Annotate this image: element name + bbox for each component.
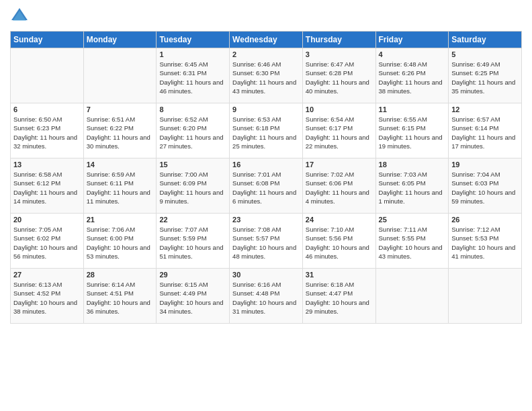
cell-content: Sunrise: 6:52 AM Sunset: 6:20 PM Dayligh… (159, 115, 226, 150)
calendar-cell: 23Sunrise: 7:08 AM Sunset: 5:57 PM Dayli… (230, 214, 303, 269)
cell-content: Sunrise: 7:06 AM Sunset: 6:00 PM Dayligh… (87, 225, 154, 261)
cell-content: Sunrise: 6:15 AM Sunset: 4:49 PM Dayligh… (159, 280, 226, 316)
day-number: 29 (159, 271, 226, 279)
weekday-header-thursday: Thursday (302, 32, 375, 48)
day-number: 16 (232, 161, 300, 169)
week-row-4: 20Sunrise: 7:05 AM Sunset: 6:02 PM Dayli… (11, 214, 522, 269)
cell-content: Sunrise: 6:58 AM Sunset: 6:12 PM Dayligh… (13, 170, 81, 205)
cell-content: Sunrise: 6:46 AM Sunset: 6:30 PM Dayligh… (232, 60, 300, 95)
calendar-cell (83, 48, 157, 103)
calendar-cell: 13Sunrise: 6:58 AM Sunset: 6:12 PM Dayli… (11, 158, 84, 214)
calendar-cell: 2Sunrise: 6:46 AM Sunset: 6:30 PM Daylig… (230, 48, 303, 103)
day-number: 6 (13, 105, 81, 113)
day-number: 24 (306, 216, 373, 224)
calendar-cell: 11Sunrise: 6:55 AM Sunset: 6:15 PM Dayli… (375, 103, 449, 158)
day-number: 9 (232, 105, 300, 113)
calendar-cell: 22Sunrise: 7:07 AM Sunset: 5:59 PM Dayli… (157, 214, 230, 269)
calendar-cell: 10Sunrise: 6:54 AM Sunset: 6:17 PM Dayli… (302, 103, 375, 158)
calendar-table: SundayMondayTuesdayWednesdayThursdayFrid… (10, 31, 522, 324)
day-number: 3 (306, 50, 373, 58)
cell-content: Sunrise: 6:13 AM Sunset: 4:52 PM Dayligh… (13, 280, 81, 316)
day-number: 12 (451, 105, 519, 113)
cell-content: Sunrise: 6:47 AM Sunset: 6:28 PM Dayligh… (306, 60, 373, 95)
day-number: 5 (451, 50, 519, 58)
calendar-cell: 28Sunrise: 6:14 AM Sunset: 4:51 PM Dayli… (83, 269, 157, 324)
weekday-header-sunday: Sunday (11, 32, 84, 48)
cell-content: Sunrise: 7:10 AM Sunset: 5:56 PM Dayligh… (306, 225, 373, 261)
cell-content: Sunrise: 7:11 AM Sunset: 5:55 PM Dayligh… (379, 225, 446, 261)
day-number: 11 (379, 105, 446, 113)
calendar-cell: 18Sunrise: 7:03 AM Sunset: 6:05 PM Dayli… (375, 158, 449, 214)
cell-content: Sunrise: 6:16 AM Sunset: 4:48 PM Dayligh… (232, 280, 300, 316)
calendar-cell: 12Sunrise: 6:57 AM Sunset: 6:14 PM Dayli… (449, 103, 522, 158)
cell-content: Sunrise: 7:05 AM Sunset: 6:02 PM Dayligh… (13, 225, 81, 261)
calendar-cell (375, 269, 449, 324)
cell-content: Sunrise: 7:02 AM Sunset: 6:06 PM Dayligh… (306, 170, 373, 205)
calendar-cell: 25Sunrise: 7:11 AM Sunset: 5:55 PM Dayli… (375, 214, 449, 269)
day-number: 22 (159, 216, 226, 224)
calendar-cell: 3Sunrise: 6:47 AM Sunset: 6:28 PM Daylig… (302, 48, 375, 103)
weekday-header-saturday: Saturday (449, 32, 522, 48)
week-row-2: 6Sunrise: 6:50 AM Sunset: 6:23 PM Daylig… (11, 103, 522, 158)
logo-icon (10, 7, 29, 26)
cell-content: Sunrise: 6:53 AM Sunset: 6:18 PM Dayligh… (232, 115, 300, 150)
calendar-cell: 31Sunrise: 6:18 AM Sunset: 4:47 PM Dayli… (302, 269, 375, 324)
calendar-cell: 5Sunrise: 6:49 AM Sunset: 6:25 PM Daylig… (449, 48, 522, 103)
calendar-cell: 20Sunrise: 7:05 AM Sunset: 6:02 PM Dayli… (11, 214, 84, 269)
weekday-header-row: SundayMondayTuesdayWednesdayThursdayFrid… (11, 32, 522, 48)
day-number: 1 (159, 50, 226, 58)
calendar-cell (449, 269, 522, 324)
day-number: 31 (306, 271, 373, 279)
day-number: 17 (306, 161, 373, 169)
calendar-cell: 30Sunrise: 6:16 AM Sunset: 4:48 PM Dayli… (230, 269, 303, 324)
calendar-cell: 27Sunrise: 6:13 AM Sunset: 4:52 PM Dayli… (11, 269, 84, 324)
cell-content: Sunrise: 6:49 AM Sunset: 6:25 PM Dayligh… (451, 60, 519, 95)
day-number: 23 (232, 216, 300, 224)
cell-content: Sunrise: 7:01 AM Sunset: 6:08 PM Dayligh… (232, 170, 300, 205)
header (10, 7, 522, 26)
cell-content: Sunrise: 7:08 AM Sunset: 5:57 PM Dayligh… (232, 225, 300, 261)
logo (10, 7, 32, 26)
cell-content: Sunrise: 6:14 AM Sunset: 4:51 PM Dayligh… (87, 280, 154, 316)
day-number: 28 (87, 271, 154, 279)
page-container: SundayMondayTuesdayWednesdayThursdayFrid… (0, 0, 532, 330)
cell-content: Sunrise: 7:07 AM Sunset: 5:59 PM Dayligh… (159, 225, 226, 261)
calendar-cell: 21Sunrise: 7:06 AM Sunset: 6:00 PM Dayli… (83, 214, 157, 269)
calendar-cell: 4Sunrise: 6:48 AM Sunset: 6:26 PM Daylig… (375, 48, 449, 103)
week-row-3: 13Sunrise: 6:58 AM Sunset: 6:12 PM Dayli… (11, 158, 522, 214)
day-number: 10 (306, 105, 373, 113)
cell-content: Sunrise: 7:03 AM Sunset: 6:05 PM Dayligh… (379, 170, 446, 205)
day-number: 20 (13, 216, 81, 224)
calendar-cell: 29Sunrise: 6:15 AM Sunset: 4:49 PM Dayli… (157, 269, 230, 324)
cell-content: Sunrise: 6:55 AM Sunset: 6:15 PM Dayligh… (379, 115, 446, 150)
calendar-cell: 9Sunrise: 6:53 AM Sunset: 6:18 PM Daylig… (230, 103, 303, 158)
week-row-1: 1Sunrise: 6:45 AM Sunset: 6:31 PM Daylig… (11, 48, 522, 103)
day-number: 26 (451, 216, 519, 224)
day-number: 4 (379, 50, 446, 58)
cell-content: Sunrise: 6:48 AM Sunset: 6:26 PM Dayligh… (379, 60, 446, 95)
day-number: 21 (87, 216, 154, 224)
cell-content: Sunrise: 6:51 AM Sunset: 6:22 PM Dayligh… (87, 115, 154, 150)
weekday-header-friday: Friday (375, 32, 449, 48)
calendar-cell: 7Sunrise: 6:51 AM Sunset: 6:22 PM Daylig… (83, 103, 157, 158)
cell-content: Sunrise: 6:45 AM Sunset: 6:31 PM Dayligh… (159, 60, 226, 95)
calendar-cell (11, 48, 84, 103)
cell-content: Sunrise: 6:50 AM Sunset: 6:23 PM Dayligh… (13, 115, 81, 150)
day-number: 14 (87, 161, 154, 169)
weekday-header-monday: Monday (83, 32, 157, 48)
day-number: 19 (451, 161, 519, 169)
day-number: 25 (379, 216, 446, 224)
cell-content: Sunrise: 6:59 AM Sunset: 6:11 PM Dayligh… (87, 170, 154, 205)
day-number: 13 (13, 161, 81, 169)
calendar-cell: 15Sunrise: 7:00 AM Sunset: 6:09 PM Dayli… (157, 158, 230, 214)
day-number: 2 (232, 50, 300, 58)
cell-content: Sunrise: 6:18 AM Sunset: 4:47 PM Dayligh… (306, 280, 373, 316)
calendar-cell: 6Sunrise: 6:50 AM Sunset: 6:23 PM Daylig… (11, 103, 84, 158)
week-row-5: 27Sunrise: 6:13 AM Sunset: 4:52 PM Dayli… (11, 269, 522, 324)
calendar-cell: 19Sunrise: 7:04 AM Sunset: 6:03 PM Dayli… (449, 158, 522, 214)
day-number: 30 (232, 271, 300, 279)
weekday-header-tuesday: Tuesday (157, 32, 230, 48)
cell-content: Sunrise: 6:54 AM Sunset: 6:17 PM Dayligh… (306, 115, 373, 150)
calendar-cell: 1Sunrise: 6:45 AM Sunset: 6:31 PM Daylig… (157, 48, 230, 103)
day-number: 18 (379, 161, 446, 169)
